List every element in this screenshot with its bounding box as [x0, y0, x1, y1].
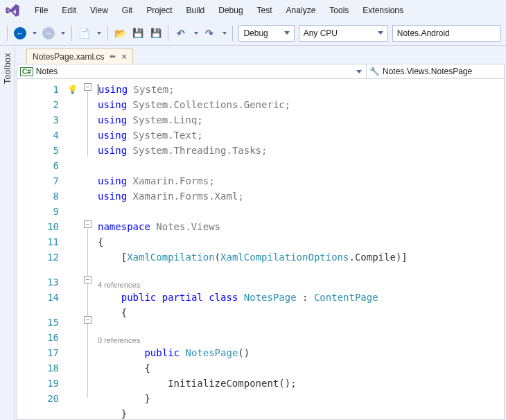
menu-edit[interactable]: Edit: [55, 3, 83, 18]
arrow-right-icon: [42, 27, 55, 40]
open-file-button[interactable]: [112, 25, 128, 42]
main-area: Toolbox NotesPage.xaml.cs ⬌ × C# Notes 🔧…: [0, 46, 506, 420]
navigation-bar: C# Notes 🔧 Notes.Views.NotesPage: [17, 64, 505, 79]
chevron-down-icon: [356, 70, 362, 73]
arrow-left-icon: [14, 27, 26, 40]
redo-history-button[interactable]: [219, 25, 229, 42]
chevron-down-icon: [284, 31, 290, 35]
nav-forward-button[interactable]: [40, 25, 56, 42]
close-icon[interactable]: ×: [121, 51, 127, 62]
menubar: File Edit View Git Project Build Debug T…: [0, 0, 506, 21]
solution-config-dropdown[interactable]: Debug: [238, 25, 294, 42]
wrench-icon: 🔧: [369, 67, 380, 76]
fold-toggle[interactable]: −: [84, 276, 91, 283]
fold-toggle[interactable]: −: [84, 83, 91, 91]
menu-build[interactable]: Build: [180, 3, 212, 18]
nav-type-label: Notes.Views.NotesPage: [383, 67, 501, 76]
menu-tools[interactable]: Tools: [322, 3, 356, 18]
menu-test[interactable]: Test: [250, 3, 279, 18]
undo-history-button[interactable]: [191, 25, 200, 42]
chevron-down-icon: [378, 31, 383, 35]
code-text[interactable]: using System; using System.Collections.G…: [98, 79, 504, 419]
fold-guide: [87, 229, 88, 398]
toolbar-separator: [168, 26, 168, 41]
line-number-gutter: 1234567891011121314151617181920: [17, 79, 64, 419]
nav-back-history-button[interactable]: [29, 25, 39, 42]
fold-toggle[interactable]: −: [84, 316, 91, 324]
menu-analyze[interactable]: Analyze: [279, 3, 323, 18]
nav-type-dropdown[interactable]: 🔧 Notes.Views.NotesPage: [367, 64, 504, 78]
toolbar: Debug Any CPU Notes.Android: [0, 21, 506, 46]
solution-platform-value: Any CPU: [304, 28, 376, 38]
chevron-down-icon: [61, 32, 65, 35]
csharp-icon: C#: [20, 67, 33, 76]
startup-project-value: Notes.Android: [397, 28, 496, 38]
codelens-references[interactable]: 0 references: [98, 335, 504, 345]
document-tab-active[interactable]: NotesPage.xaml.cs ⬌ ×: [26, 49, 133, 64]
nav-forward-history-button[interactable]: [58, 25, 67, 42]
new-project-button[interactable]: [76, 25, 92, 42]
document-tab-well: NotesPage.xaml.cs ⬌ ×: [15, 46, 506, 64]
redo-button[interactable]: [201, 25, 217, 42]
solution-config-value: Debug: [243, 28, 282, 38]
fold-guide: [87, 91, 88, 157]
undo-button[interactable]: [173, 25, 189, 42]
toolbar-separator: [232, 26, 233, 41]
menu-debug[interactable]: Debug: [211, 3, 250, 18]
nav-back-button[interactable]: [12, 25, 28, 42]
toolbar-separator: [71, 26, 72, 41]
toolbox-tab-label: Toolbox: [3, 53, 12, 84]
lightbulb-icon[interactable]: 💡: [67, 82, 78, 97]
toolbar-separator: [7, 26, 8, 41]
editor-region: NotesPage.xaml.cs ⬌ × C# Notes 🔧 Notes.V…: [15, 46, 506, 420]
save-button[interactable]: [130, 25, 146, 42]
chevron-down-icon: [97, 32, 101, 35]
menu-git[interactable]: Git: [115, 3, 139, 18]
codelens-references[interactable]: 4 references: [98, 280, 504, 290]
new-project-dropdown[interactable]: [94, 25, 103, 42]
startup-project-dropdown[interactable]: Notes.Android: [392, 25, 500, 42]
chevron-down-icon: [223, 32, 227, 35]
menu-file[interactable]: File: [28, 3, 55, 18]
document-tab-label: NotesPage.xaml.cs: [33, 52, 104, 62]
outlining-margin: 💡 − − − −: [64, 79, 98, 419]
save-all-button[interactable]: [148, 25, 164, 42]
menu-extensions[interactable]: Extensions: [356, 3, 410, 18]
nav-scope-label: Notes: [36, 67, 351, 76]
toolbox-tab[interactable]: Toolbox: [0, 46, 15, 420]
chevron-down-icon: [33, 32, 37, 35]
menu-project[interactable]: Project: [139, 3, 179, 18]
solution-platform-dropdown[interactable]: Any CPU: [299, 25, 388, 42]
chevron-down-icon: [194, 32, 198, 35]
code-editor[interactable]: 1234567891011121314151617181920 💡 − − − …: [17, 79, 505, 420]
fold-toggle[interactable]: −: [84, 220, 91, 228]
pin-icon[interactable]: ⬌: [110, 52, 116, 61]
toolbar-separator: [107, 26, 108, 41]
nav-scope-dropdown[interactable]: C# Notes: [17, 64, 367, 78]
visual-studio-logo-icon: [3, 1, 22, 20]
menu-view[interactable]: View: [83, 3, 115, 18]
